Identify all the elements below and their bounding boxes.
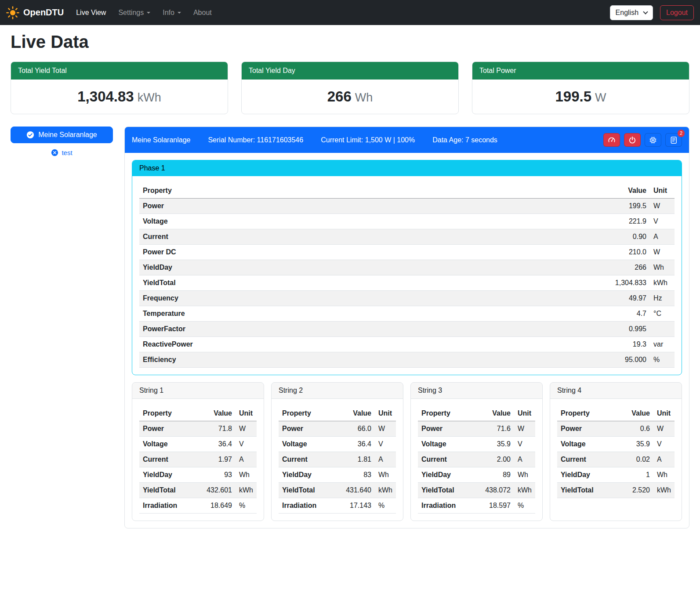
chevron-down-icon [147, 12, 150, 14]
table-row: Frequency49.97Hz [139, 291, 675, 306]
value-cell: 17.143 [342, 498, 375, 514]
table-row: Irradiation17.143% [279, 498, 396, 514]
table-row: Current0.90A [139, 229, 675, 245]
test-item: test [11, 149, 113, 156]
column-header: Property [139, 406, 203, 421]
table-row: Voltage221.9V [139, 214, 675, 229]
property-cell: Voltage [418, 437, 482, 452]
property-cell: Frequency [139, 291, 602, 306]
phase-title: Phase 1 [132, 160, 682, 176]
unit-cell: A [650, 229, 675, 245]
journal-button[interactable]: 2 [665, 133, 682, 147]
power-button[interactable] [624, 133, 641, 147]
inverter-name: Meine Solaranlage [132, 136, 190, 144]
serial-number: Serial Number: 116171603546 [208, 136, 303, 144]
table-row: Voltage35.9V [418, 437, 535, 452]
table-row: Power199.5W [139, 199, 675, 214]
value-cell: 0.995 [602, 322, 650, 337]
value-cell: 210.0 [602, 245, 650, 260]
check-circle-icon [26, 131, 34, 139]
column-header: Unit [236, 406, 257, 421]
value-cell: 36.4 [342, 437, 375, 452]
unit-cell: var [650, 337, 675, 352]
table-row: YieldDay1Wh [557, 467, 675, 483]
unit-cell: Wh [653, 467, 675, 483]
value-cell: 71.8 [203, 421, 236, 437]
string-card: String 4PropertyValueUnitPower0.6WVoltag… [550, 382, 682, 521]
summary-cards: Total Yield Total1,304.83kWhTotal Yield … [11, 62, 689, 114]
property-cell: YieldTotal [557, 483, 621, 498]
nav-item-about[interactable]: About [187, 5, 218, 20]
inverter-card-body: Phase 1 PropertyValueUnit Power199.5WVol… [125, 153, 689, 528]
unit-cell: A [236, 452, 257, 467]
string-card-body: PropertyValueUnitPower71.8WVoltage36.4VC… [132, 399, 264, 521]
table-row: YieldTotal431.640kWh [279, 483, 396, 498]
column-header: Unit [653, 406, 675, 421]
table-row: YieldTotal1,304.833kWh [139, 275, 675, 291]
unit-cell: % [236, 498, 257, 514]
unit-cell: V [650, 214, 675, 229]
logout-button[interactable]: Logout [660, 5, 694, 20]
summary-card: Total Power199.5W [472, 62, 689, 114]
column-header: Property [139, 183, 602, 199]
table-row: YieldDay266Wh [139, 260, 675, 275]
table-row: Voltage36.4V [139, 437, 257, 452]
property-cell: Temperature [139, 306, 602, 322]
string-card: String 1PropertyValueUnitPower71.8WVolta… [132, 382, 264, 521]
table-row: Voltage35.9V [557, 437, 675, 452]
value-cell: 66.0 [342, 421, 375, 437]
column-header: Unit [650, 183, 675, 199]
value-cell: 93 [203, 467, 236, 483]
summary-card: Total Yield Day266Wh [241, 62, 459, 114]
table-header-row: PropertyValueUnit [418, 406, 535, 421]
inverter-actions: 2 [603, 133, 682, 147]
unit-cell: °C [650, 306, 675, 322]
unit-cell: Hz [650, 291, 675, 306]
property-cell: Voltage [139, 214, 602, 229]
unit-cell: V [514, 437, 535, 452]
test-link[interactable]: test [62, 149, 72, 156]
nav-item-info[interactable]: Info [156, 5, 187, 20]
value-cell: 266 [602, 260, 650, 275]
inverter-select-button[interactable]: Meine Solaranlage [11, 127, 113, 143]
property-cell: Current [279, 452, 342, 467]
string-card: String 3PropertyValueUnitPower71.6WVolta… [410, 382, 543, 521]
table-row: YieldTotal432.601kWh [139, 483, 257, 498]
unit-cell [650, 322, 675, 337]
unit-cell: W [514, 421, 535, 437]
property-cell: ReactivePower [139, 337, 602, 352]
string-card-title: String 1 [132, 383, 264, 399]
property-cell: Power [139, 421, 203, 437]
property-cell: YieldTotal [139, 483, 203, 498]
cpu-button[interactable] [645, 133, 661, 147]
summary-value: 266 [327, 88, 352, 105]
inverter-sidebar: Meine Solaranlage test [11, 127, 113, 156]
value-cell: 83 [342, 467, 375, 483]
nav-item-live-view[interactable]: Live View [70, 5, 112, 20]
table-row: Power71.6W [418, 421, 535, 437]
unit-cell: V [236, 437, 257, 452]
value-cell: 89 [482, 467, 514, 483]
value-cell: 1,304.833 [602, 275, 650, 291]
x-circle-icon[interactable] [51, 149, 58, 156]
nav-item-settings[interactable]: Settings [112, 5, 156, 20]
brand-link[interactable]: OpenDTU [6, 6, 64, 19]
summary-unit: kWh [138, 91, 161, 104]
table-row: Voltage36.4V [279, 437, 396, 452]
speedometer-button[interactable] [603, 133, 620, 147]
table-row: Temperature4.7°C [139, 306, 675, 322]
cpu-icon [649, 136, 657, 144]
property-cell: Power [279, 421, 342, 437]
unit-cell: kWh [514, 483, 535, 498]
property-cell: Voltage [279, 437, 342, 452]
table-row: Irradiation18.597% [418, 498, 535, 514]
string-table: PropertyValueUnitPower66.0WVoltage36.4VC… [279, 406, 396, 514]
table-row: Power DC210.0W [139, 245, 675, 260]
language-select[interactable]: English [610, 5, 653, 20]
property-cell: PowerFactor [139, 322, 602, 337]
property-cell: YieldDay [418, 467, 482, 483]
string-card-title: String 3 [411, 383, 542, 399]
string-card-title: String 2 [272, 383, 403, 399]
unit-cell: A [514, 452, 535, 467]
value-cell: 1.97 [203, 452, 236, 467]
